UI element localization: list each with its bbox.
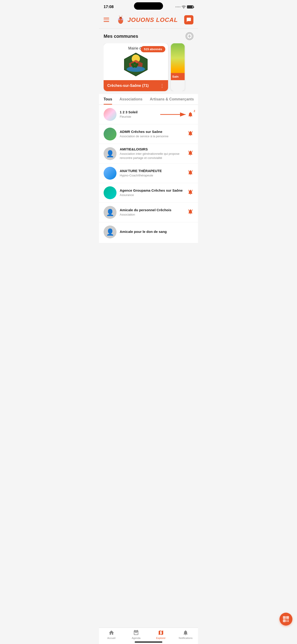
item-subtitle: Association bbox=[120, 212, 184, 217]
svg-rect-38 bbox=[136, 632, 137, 633]
nav-explorer[interactable]: Explorer bbox=[152, 630, 170, 640]
list-item[interactable]: Agence Groupama Crêches sur Saône Assura… bbox=[99, 183, 198, 203]
app-header: JOUONS LOCAL bbox=[99, 12, 198, 28]
wifi-icon bbox=[182, 5, 186, 8]
list-item[interactable]: ANA'TURE THÉRAPEUTE Hypno-Coach/thérapeu… bbox=[99, 164, 198, 183]
item-content: Amicale du personnel Crêchois Associatio… bbox=[120, 208, 184, 217]
item-title: Agence Groupama Crêches sur Saône bbox=[120, 188, 184, 192]
nav-notifications-label: Notifications bbox=[179, 637, 192, 640]
commune-card[interactable]: Mairie de bbox=[104, 43, 168, 91]
nav-notifications[interactable]: Notifications bbox=[176, 630, 195, 640]
bell-nav-icon bbox=[182, 630, 188, 636]
chat-button[interactable] bbox=[184, 15, 194, 24]
app-logo: JOUONS LOCAL bbox=[116, 15, 178, 25]
plus-circle-icon bbox=[186, 33, 193, 40]
red-arrow-annotation bbox=[160, 111, 188, 118]
organizations-list: 1 2 3 Soleil Fleuriste Z bbox=[99, 105, 198, 243]
commune-card-footer: Crêches-sur-Saône (71) ⋮ bbox=[104, 80, 168, 91]
list-item[interactable]: 👤 AMITIE&LOISIRS Association inter génér… bbox=[99, 144, 198, 164]
bell-ringing-icon[interactable] bbox=[188, 209, 194, 216]
communes-header: Mes communes bbox=[104, 32, 194, 40]
nav-accueil-label: Accueil bbox=[107, 637, 115, 640]
list-item[interactable]: ADMR Crêches sur Saône Association de se… bbox=[99, 124, 198, 144]
bell-ringing-icon[interactable] bbox=[188, 189, 194, 196]
svg-point-0 bbox=[184, 8, 184, 8]
item-avatar bbox=[104, 128, 116, 140]
item-content: ANA'TURE THÉRAPEUTE Hypno-Coach/thérapeu… bbox=[120, 169, 184, 178]
nav-accueil[interactable]: Accueil bbox=[102, 630, 121, 640]
status-time: 17:08 bbox=[104, 4, 114, 9]
bell-ringing-icon[interactable] bbox=[188, 170, 194, 177]
item-title: ADMR Crêches sur Saône bbox=[120, 130, 184, 134]
list-item[interactable]: 👤 Amicale pour le don de sang bbox=[99, 222, 198, 243]
commune-name: Crêches-sur-Saône (71) bbox=[107, 84, 149, 88]
peek-name-label: Sain bbox=[171, 73, 185, 80]
tab-artisans[interactable]: Artisans & Commerçants bbox=[150, 94, 198, 104]
status-bar: 17:08 bbox=[99, 0, 198, 12]
person-silhouette-icon: 👤 bbox=[106, 228, 114, 236]
svg-line-8 bbox=[119, 16, 120, 17]
item-subtitle: Association de service à la personne bbox=[120, 134, 184, 138]
svg-point-23 bbox=[134, 65, 137, 68]
signal-dots bbox=[176, 6, 180, 7]
item-avatar bbox=[104, 186, 116, 199]
communes-title: Mes communes bbox=[104, 34, 138, 39]
communes-section: Mes communes Mairie de bbox=[99, 28, 198, 94]
bell-z-indicator: Z bbox=[194, 110, 195, 112]
list-item[interactable]: 👤 Amicale du personnel Crêchois Associat… bbox=[99, 203, 198, 222]
tabs-section: Tous Associations Artisans & Commerçants bbox=[99, 94, 198, 105]
nav-agenda[interactable]: Agenda bbox=[127, 630, 145, 640]
calendar-icon bbox=[133, 630, 139, 636]
item-avatar: 👤 bbox=[104, 206, 116, 219]
nav-explorer-label: Explorer bbox=[156, 637, 166, 640]
item-subtitle: Hypno-Coach/thérapeute bbox=[120, 174, 184, 178]
item-title: AMITIE&LOISIRS bbox=[120, 147, 184, 151]
commune-cards-list: Mairie de bbox=[104, 43, 194, 91]
add-commune-button[interactable] bbox=[186, 32, 194, 40]
dynamic-island bbox=[134, 2, 163, 10]
bee-logo-icon bbox=[116, 15, 126, 25]
svg-point-7 bbox=[121, 17, 121, 18]
person-silhouette-icon: 👤 bbox=[106, 150, 114, 158]
item-content: Amicale pour le don de sang bbox=[120, 230, 194, 234]
svg-rect-37 bbox=[136, 632, 136, 633]
chat-icon bbox=[186, 17, 191, 22]
tab-tous[interactable]: Tous bbox=[104, 94, 117, 104]
svg-line-9 bbox=[121, 16, 122, 17]
app-name: JOUONS LOCAL bbox=[128, 16, 178, 24]
svg-point-6 bbox=[120, 17, 120, 18]
svg-rect-36 bbox=[135, 632, 136, 633]
tab-associations[interactable]: Associations bbox=[120, 94, 147, 104]
item-title: ANA'TURE THÉRAPEUTE bbox=[120, 169, 184, 173]
item-avatar bbox=[104, 108, 116, 121]
bell-ringing-icon[interactable] bbox=[188, 130, 194, 138]
item-avatar: 👤 bbox=[104, 147, 116, 160]
commune-options-button[interactable]: ⋮ bbox=[160, 83, 164, 88]
item-subtitle: Association inter générationnelle qui pr… bbox=[120, 152, 184, 160]
battery-icon bbox=[187, 5, 194, 8]
item-avatar: 👤 bbox=[104, 226, 116, 238]
nav-agenda-label: Agenda bbox=[132, 637, 140, 640]
subscribers-badge: 515 abonnés bbox=[141, 46, 165, 52]
list-item[interactable]: 1 2 3 Soleil Fleuriste Z bbox=[99, 105, 198, 124]
mairie-logo-svg bbox=[120, 52, 152, 77]
bell-ringing-icon[interactable] bbox=[188, 150, 194, 157]
status-indicators bbox=[176, 5, 194, 8]
bell-sleeping-icon[interactable]: Z bbox=[188, 112, 194, 118]
map-icon bbox=[158, 630, 164, 636]
home-icon bbox=[108, 630, 114, 636]
item-subtitle: Assurance bbox=[120, 193, 184, 197]
item-title: Amicale du personnel Crêchois bbox=[120, 208, 184, 212]
commune-peek-image: Sain bbox=[171, 43, 185, 80]
hamburger-menu[interactable] bbox=[104, 18, 109, 22]
commune-card-peek[interactable]: Sain bbox=[171, 43, 185, 91]
home-indicator bbox=[135, 642, 162, 642]
item-avatar bbox=[104, 167, 116, 180]
item-content: Agence Groupama Crêches sur Saône Assura… bbox=[120, 188, 184, 197]
tabs-list: Tous Associations Artisans & Commerçants bbox=[99, 94, 198, 104]
item-content: ADMR Crêches sur Saône Association de se… bbox=[120, 130, 184, 138]
svg-line-11 bbox=[122, 16, 122, 16]
svg-line-10 bbox=[119, 16, 119, 16]
item-title: Amicale pour le don de sang bbox=[120, 230, 194, 234]
commune-card-image: Mairie de bbox=[104, 43, 168, 80]
